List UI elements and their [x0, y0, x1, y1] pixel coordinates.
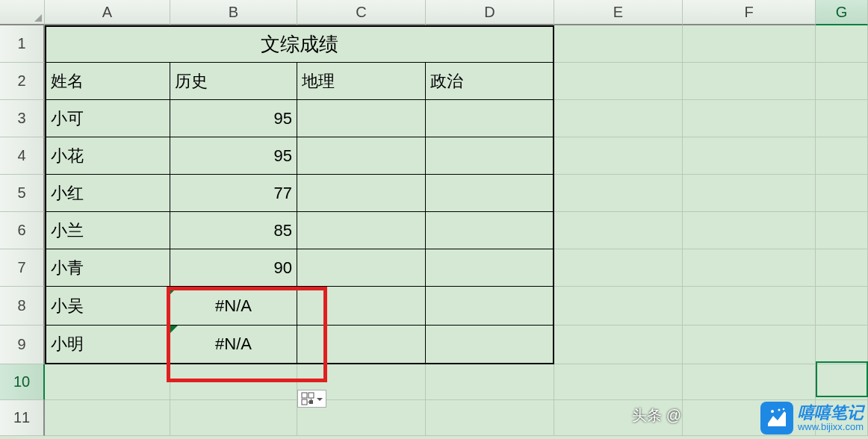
- cell[interactable]: [683, 25, 816, 63]
- cell[interactable]: [426, 100, 554, 137]
- cell[interactable]: 95: [170, 137, 297, 175]
- cell[interactable]: [297, 287, 426, 326]
- cell[interactable]: [170, 364, 297, 400]
- row-header-10[interactable]: 10: [0, 364, 45, 400]
- cell[interactable]: 小明: [45, 326, 170, 364]
- cell[interactable]: 政治: [426, 63, 554, 100]
- cell[interactable]: [816, 100, 868, 137]
- cell[interactable]: [426, 249, 554, 287]
- svg-rect-0: [302, 393, 307, 398]
- toutiao-watermark: 头条 @: [632, 405, 681, 426]
- cell[interactable]: [683, 137, 816, 175]
- cell[interactable]: [816, 249, 868, 287]
- cell[interactable]: 地理: [297, 63, 426, 100]
- cell[interactable]: 85: [170, 212, 297, 249]
- cell[interactable]: [426, 287, 554, 326]
- cell[interactable]: 小可: [45, 100, 170, 137]
- cell[interactable]: [683, 364, 816, 400]
- cell[interactable]: [297, 326, 426, 364]
- cell[interactable]: [554, 63, 683, 100]
- paste-options-button[interactable]: [297, 390, 326, 408]
- cell[interactable]: 95: [170, 100, 297, 137]
- svg-point-6: [771, 410, 774, 413]
- cell[interactable]: 小兰: [45, 212, 170, 249]
- row-header-8[interactable]: 8: [0, 287, 45, 326]
- row-header-9[interactable]: 9: [0, 326, 45, 364]
- column-header-A[interactable]: A: [45, 0, 170, 25]
- cell[interactable]: [45, 400, 170, 436]
- row-header-3[interactable]: 3: [0, 100, 45, 137]
- column-header-C[interactable]: C: [297, 0, 426, 25]
- cell[interactable]: [426, 175, 554, 212]
- svg-rect-2: [302, 399, 307, 405]
- cell[interactable]: [554, 287, 683, 326]
- cell[interactable]: [554, 25, 683, 63]
- cell[interactable]: [426, 137, 554, 175]
- cell[interactable]: [816, 326, 868, 364]
- cell[interactable]: [683, 100, 816, 137]
- cell[interactable]: 90: [170, 249, 297, 287]
- cell[interactable]: [683, 63, 816, 100]
- cell[interactable]: [297, 175, 426, 212]
- cell[interactable]: #N/A: [170, 326, 297, 364]
- row-header-4[interactable]: 4: [0, 137, 45, 175]
- watermark-url: www.bijixx.com: [798, 422, 864, 432]
- cell[interactable]: [816, 137, 868, 175]
- row-header-6[interactable]: 6: [0, 212, 45, 249]
- cell[interactable]: [554, 100, 683, 137]
- cell[interactable]: 小青: [45, 249, 170, 287]
- cell[interactable]: [426, 364, 554, 400]
- cell[interactable]: [297, 100, 426, 137]
- column-header-D[interactable]: D: [426, 0, 554, 25]
- cell[interactable]: [426, 326, 554, 364]
- cell[interactable]: [683, 249, 816, 287]
- cell[interactable]: [426, 212, 554, 249]
- cell[interactable]: 77: [170, 175, 297, 212]
- cell[interactable]: 姓名: [45, 63, 170, 100]
- cell[interactable]: [297, 249, 426, 287]
- table-title-cell[interactable]: 文综成绩: [45, 25, 554, 63]
- cell[interactable]: 小花: [45, 137, 170, 175]
- cell-grid[interactable]: 文综成绩姓名历史地理政治小可95小花95小红77小兰85小青90小吴#N/A小明…: [45, 25, 868, 439]
- cell[interactable]: [683, 212, 816, 249]
- cell[interactable]: [816, 287, 868, 326]
- column-header-E[interactable]: E: [554, 0, 683, 25]
- row-header-7[interactable]: 7: [0, 249, 45, 287]
- cell[interactable]: 小红: [45, 175, 170, 212]
- cell[interactable]: [554, 212, 683, 249]
- cell[interactable]: [297, 212, 426, 249]
- cell[interactable]: #N/A: [170, 287, 297, 326]
- site-watermark: 嘻嘻笔记 www.bijixx.com: [760, 402, 864, 435]
- cell[interactable]: [170, 400, 297, 436]
- column-header-B[interactable]: B: [170, 0, 297, 25]
- cell[interactable]: [45, 364, 170, 400]
- cell[interactable]: [554, 175, 683, 212]
- column-headers: ABCDEFG: [0, 0, 868, 25]
- cell[interactable]: [297, 137, 426, 175]
- cell[interactable]: [816, 63, 868, 100]
- cell[interactable]: [683, 175, 816, 212]
- cell[interactable]: [816, 175, 868, 212]
- row-header-2[interactable]: 2: [0, 63, 45, 100]
- paste-options-icon: [301, 392, 314, 405]
- cell[interactable]: [816, 212, 868, 249]
- select-all-corner[interactable]: [0, 0, 45, 25]
- row-header-11[interactable]: 11: [0, 400, 45, 436]
- cell[interactable]: [683, 326, 816, 364]
- cell[interactable]: [554, 137, 683, 175]
- column-header-G[interactable]: G: [816, 0, 868, 25]
- row-header-1[interactable]: 1: [0, 25, 45, 63]
- cell[interactable]: [816, 364, 868, 400]
- cell[interactable]: [816, 25, 868, 63]
- cell[interactable]: 历史: [170, 63, 297, 100]
- svg-rect-1: [309, 393, 314, 398]
- column-header-F[interactable]: F: [683, 0, 816, 25]
- cell[interactable]: [683, 287, 816, 326]
- row-header-5[interactable]: 5: [0, 175, 45, 212]
- cell[interactable]: [554, 364, 683, 400]
- cell[interactable]: [554, 249, 683, 287]
- cell[interactable]: [426, 400, 554, 436]
- cell[interactable]: 小吴: [45, 287, 170, 326]
- cell[interactable]: [554, 326, 683, 364]
- dropdown-arrow-icon: [317, 392, 323, 405]
